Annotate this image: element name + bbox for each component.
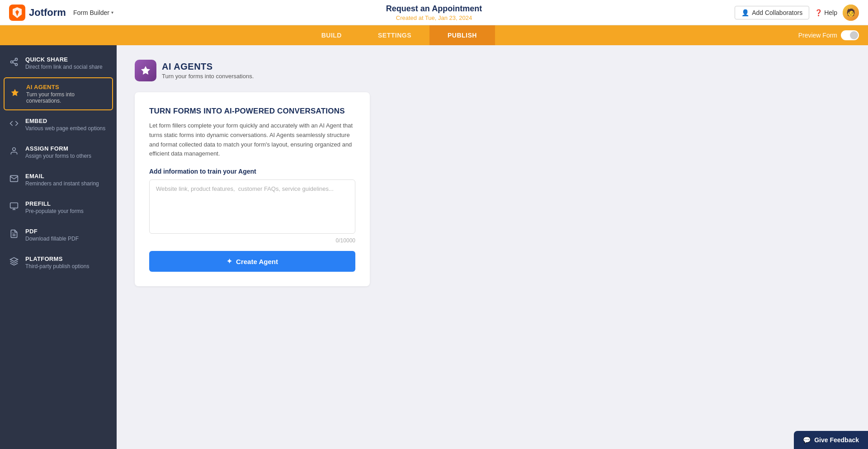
tab-build[interactable]: BUILD — [303, 25, 360, 45]
sidebar-item-email[interactable]: EMAIL Reminders and instant sharing — [0, 166, 117, 193]
train-label: Add information to train your Agent — [149, 168, 355, 175]
form-title: Request an Appointment — [386, 4, 482, 14]
sidebar-title-pdf: PDF — [25, 228, 79, 235]
sidebar-title-email: EMAIL — [25, 173, 99, 180]
sidebar-desc-prefill: Pre-populate your forms — [25, 208, 84, 214]
sidebar-desc-embed: Various web page embed options — [25, 125, 105, 132]
top-nav: Jotform Form Builder ▾ Request an Appoin… — [0, 0, 868, 25]
preview-toggle-area: Preview Form — [798, 30, 859, 40]
sidebar-desc-ai-agents: Turn your forms into conversations. — [26, 91, 107, 104]
preview-toggle-switch[interactable] — [841, 30, 859, 40]
sidebar-item-pdf[interactable]: PDF Download fillable PDF — [0, 222, 117, 248]
create-agent-button[interactable]: ✦ Create Agent — [149, 251, 355, 272]
page-header-desc: Turn your forms into conversations. — [162, 73, 254, 80]
sidebar-item-platforms[interactable]: PLATFORMS Third-party publish options — [0, 249, 117, 276]
svg-rect-7 — [10, 203, 18, 208]
chevron-down-icon: ▾ — [111, 10, 113, 15]
add-collaborators-button[interactable]: 👤 Add Collaborators — [735, 6, 809, 19]
form-title-area: Request an Appointment Created at Tue, J… — [386, 4, 482, 21]
svg-line-5 — [13, 60, 15, 61]
assign-icon — [9, 147, 19, 158]
feedback-icon: 💬 — [803, 436, 811, 444]
email-icon — [9, 174, 19, 185]
nav-right: 👤 Add Collaborators ❓ Help 🧑 — [735, 5, 859, 21]
tabs-container: BUILD SETTINGS PUBLISH — [0, 25, 798, 45]
svg-point-6 — [13, 148, 16, 151]
logo-text: Jotform — [29, 7, 66, 19]
sidebar-title-quick-share: QUICK SHARE — [25, 56, 103, 63]
help-button[interactable]: ❓ Help — [815, 9, 837, 16]
avatar-image: 🧑 — [843, 5, 859, 21]
sidebar: QUICK SHARE Direct form link and social … — [0, 45, 117, 449]
help-icon: ❓ — [815, 9, 822, 16]
sidebar-desc-platforms: Third-party publish options — [25, 263, 89, 269]
svg-point-3 — [15, 63, 18, 66]
sidebar-item-quick-share[interactable]: QUICK SHARE Direct form link and social … — [0, 50, 117, 76]
form-builder-button[interactable]: Form Builder ▾ — [73, 9, 113, 16]
pdf-icon — [9, 229, 19, 241]
jotform-logo-icon — [9, 5, 25, 21]
ai-agents-card: TURN FORMS INTO AI-POWERED CONVERSATIONS… — [135, 92, 370, 286]
sparkle-icon: ✦ — [226, 257, 232, 265]
card-desc: Let form fillers complete your form quic… — [149, 121, 355, 159]
content-area: AI AGENTS Turn your forms into conversat… — [117, 45, 868, 449]
main-layout: QUICK SHARE Direct form link and social … — [0, 45, 868, 449]
tab-bar: BUILD SETTINGS PUBLISH Preview Form — [0, 25, 868, 45]
preview-label: Preview Form — [798, 32, 837, 39]
sidebar-item-prefill[interactable]: PREFILL Pre-populate your forms — [0, 194, 117, 221]
page-header: AI AGENTS Turn your forms into conversat… — [135, 60, 850, 81]
sidebar-desc-pdf: Download fillable PDF — [25, 236, 79, 242]
sidebar-title-embed: EMBED — [25, 118, 105, 124]
svg-point-2 — [11, 61, 13, 63]
sidebar-item-ai-agents[interactable]: AI AGENTS Turn your forms into conversat… — [4, 77, 113, 110]
sidebar-title-assign: ASSIGN FORM — [25, 145, 91, 152]
logo-area: Jotform — [9, 5, 66, 21]
sidebar-desc-assign: Assign your forms to others — [25, 153, 91, 159]
prefill-icon — [9, 202, 19, 213]
share-icon — [9, 57, 19, 69]
sidebar-title-ai-agents: AI AGENTS — [26, 84, 107, 90]
sidebar-item-embed[interactable]: EMBED Various web page embed options — [0, 111, 117, 138]
platforms-icon — [9, 257, 19, 268]
svg-line-4 — [13, 62, 15, 64]
train-textarea[interactable] — [149, 180, 355, 234]
tab-publish[interactable]: PUBLISH — [429, 25, 495, 45]
sidebar-title-platforms: PLATFORMS — [25, 255, 89, 262]
avatar[interactable]: 🧑 — [843, 5, 859, 21]
svg-marker-12 — [10, 258, 18, 261]
toggle-knob — [850, 31, 858, 39]
code-icon — [9, 119, 19, 130]
sidebar-desc-email: Reminders and instant sharing — [25, 180, 99, 187]
sidebar-desc-quick-share: Direct form link and social share — [25, 64, 103, 70]
card-title: TURN FORMS INTO AI-POWERED CONVERSATIONS — [149, 107, 355, 116]
person-plus-icon: 👤 — [741, 9, 749, 16]
page-header-title: AI AGENTS — [162, 61, 254, 72]
char-count: 0/10000 — [149, 237, 355, 244]
page-header-icon — [135, 60, 156, 81]
sidebar-item-assign-form[interactable]: ASSIGN FORM Assign your forms to others — [0, 139, 117, 165]
ai-agents-icon — [10, 88, 20, 99]
form-created-date: Created at Tue, Jan 23, 2024 — [386, 14, 482, 21]
tab-settings[interactable]: SETTINGS — [360, 25, 429, 45]
give-feedback-button[interactable]: 💬 Give Feedback — [794, 431, 868, 449]
sidebar-title-prefill: PREFILL — [25, 200, 84, 207]
svg-point-1 — [15, 58, 18, 61]
